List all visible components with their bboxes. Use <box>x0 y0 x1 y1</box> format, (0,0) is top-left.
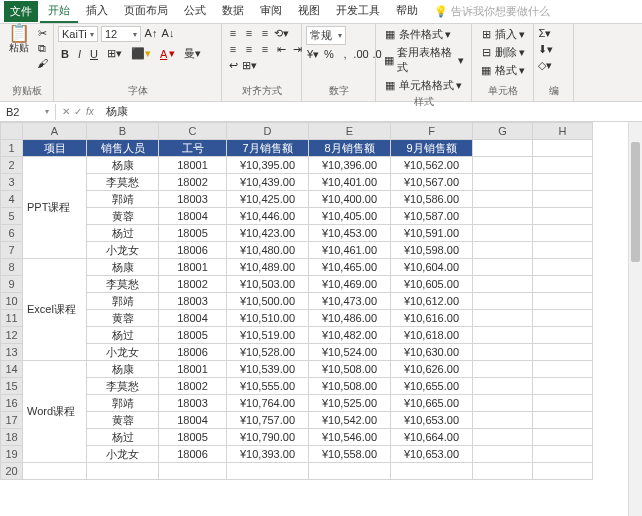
cell[interactable]: ¥10,664.00 <box>391 429 473 446</box>
cell[interactable] <box>533 378 593 395</box>
cell[interactable]: ¥10,453.00 <box>309 225 391 242</box>
fx-icon[interactable]: fx <box>86 106 94 117</box>
col-header[interactable]: A <box>23 123 87 140</box>
orient-icon[interactable]: ⟲▾ <box>274 26 288 40</box>
table-header[interactable]: 9月销售额 <box>391 140 473 157</box>
table-format-btn[interactable]: ▦套用表格格式▾ <box>380 44 467 76</box>
cell[interactable] <box>533 157 593 174</box>
row-header[interactable]: 15 <box>1 378 23 395</box>
cell[interactable]: 18001 <box>159 259 227 276</box>
cell[interactable] <box>309 463 391 480</box>
cell[interactable]: ¥10,546.00 <box>309 429 391 446</box>
cell[interactable]: 李莫愁 <box>87 174 159 191</box>
cell[interactable] <box>533 310 593 327</box>
cell[interactable] <box>533 463 593 480</box>
cond-format-btn[interactable]: ▦条件格式▾ <box>380 26 454 43</box>
cell[interactable]: 小龙女 <box>87 344 159 361</box>
cell[interactable]: ¥10,473.00 <box>309 293 391 310</box>
cell[interactable]: 郭靖 <box>87 395 159 412</box>
cell[interactable] <box>473 225 533 242</box>
dec-inc-icon[interactable]: .00 <box>354 47 368 61</box>
cell[interactable] <box>533 327 593 344</box>
align-mid-icon[interactable]: ≡ <box>242 26 256 40</box>
cell[interactable]: ¥10,528.00 <box>227 344 309 361</box>
cell[interactable]: 18002 <box>159 276 227 293</box>
cell[interactable]: ¥10,519.00 <box>227 327 309 344</box>
cancel-icon[interactable]: ✕ <box>62 106 70 117</box>
cell[interactable]: ¥10,790.00 <box>227 429 309 446</box>
cell[interactable]: 18006 <box>159 242 227 259</box>
font-size[interactable]: 12 <box>101 26 141 42</box>
scrollbar-vertical[interactable] <box>628 122 642 516</box>
cell[interactable]: 杨康 <box>87 259 159 276</box>
cell[interactable]: ¥10,482.00 <box>309 327 391 344</box>
table-header[interactable]: 工号 <box>159 140 227 157</box>
row-header[interactable]: 8 <box>1 259 23 276</box>
worksheet[interactable]: ABCDEFGH1项目销售人员工号7月销售额8月销售额9月销售额2PPT课程杨康… <box>0 122 642 516</box>
cell[interactable] <box>533 276 593 293</box>
cell[interactable]: ¥10,465.00 <box>309 259 391 276</box>
cell[interactable]: 杨过 <box>87 225 159 242</box>
delete-btn[interactable]: ⊟删除▾ <box>476 44 528 61</box>
row-header[interactable]: 16 <box>1 395 23 412</box>
cell[interactable] <box>473 327 533 344</box>
cell[interactable]: ¥10,469.00 <box>309 276 391 293</box>
cell[interactable]: 杨康 <box>87 157 159 174</box>
row-header[interactable]: 4 <box>1 191 23 208</box>
cell[interactable] <box>533 140 593 157</box>
cell[interactable]: 18004 <box>159 208 227 225</box>
cell[interactable] <box>473 140 533 157</box>
cell[interactable] <box>533 293 593 310</box>
row-header[interactable]: 2 <box>1 157 23 174</box>
format-btn[interactable]: ▦格式▾ <box>476 62 528 79</box>
table-header[interactable]: 8月销售额 <box>309 140 391 157</box>
cell[interactable]: 18003 <box>159 191 227 208</box>
row-header[interactable]: 13 <box>1 344 23 361</box>
cell[interactable]: ¥10,605.00 <box>391 276 473 293</box>
cell[interactable]: ¥10,558.00 <box>309 446 391 463</box>
font-name[interactable]: KaiTi <box>58 26 98 42</box>
tab-7[interactable]: 开发工具 <box>328 0 388 23</box>
cell[interactable]: 小龙女 <box>87 446 159 463</box>
cell[interactable]: ¥10,653.00 <box>391 446 473 463</box>
italic-btn[interactable]: I <box>75 45 84 62</box>
cell[interactable] <box>473 259 533 276</box>
row-header[interactable]: 12 <box>1 327 23 344</box>
shrink-font-icon[interactable]: A↓ <box>161 26 175 40</box>
cell[interactable] <box>473 242 533 259</box>
row-header[interactable]: 11 <box>1 310 23 327</box>
group-cell[interactable]: Word课程 <box>23 361 87 463</box>
painter-icon[interactable]: 🖌 <box>35 56 49 70</box>
cell[interactable]: 18001 <box>159 157 227 174</box>
cell[interactable]: 黄蓉 <box>87 310 159 327</box>
cell[interactable]: 18006 <box>159 446 227 463</box>
row-header[interactable]: 20 <box>1 463 23 480</box>
cell[interactable]: ¥10,542.00 <box>309 412 391 429</box>
cell[interactable]: ¥10,591.00 <box>391 225 473 242</box>
cell[interactable]: ¥10,665.00 <box>391 395 473 412</box>
tellme[interactable]: 💡告诉我你想要做什么 <box>434 4 550 19</box>
cell[interactable]: 18004 <box>159 412 227 429</box>
comma-icon[interactable]: , <box>338 47 352 61</box>
cell[interactable]: ¥10,598.00 <box>391 242 473 259</box>
percent-icon[interactable]: % <box>322 47 336 61</box>
cell[interactable]: ¥10,604.00 <box>391 259 473 276</box>
table-header[interactable]: 销售人员 <box>87 140 159 157</box>
cell[interactable]: 18005 <box>159 327 227 344</box>
copy-icon[interactable]: ⧉ <box>35 41 49 55</box>
cell[interactable] <box>473 361 533 378</box>
cell[interactable]: ¥10,764.00 <box>227 395 309 412</box>
cell[interactable]: 杨过 <box>87 327 159 344</box>
cell[interactable]: ¥10,630.00 <box>391 344 473 361</box>
cell[interactable] <box>473 191 533 208</box>
row-header[interactable]: 9 <box>1 276 23 293</box>
cell[interactable]: ¥10,480.00 <box>227 242 309 259</box>
currency-icon[interactable]: ¥▾ <box>306 47 320 61</box>
cell[interactable]: 郭靖 <box>87 293 159 310</box>
row-header[interactable]: 14 <box>1 361 23 378</box>
cell[interactable]: 18005 <box>159 429 227 446</box>
cell[interactable]: ¥10,612.00 <box>391 293 473 310</box>
cell[interactable] <box>473 208 533 225</box>
fill-btn[interactable]: ⬛▾ <box>128 45 154 62</box>
cell[interactable] <box>473 395 533 412</box>
